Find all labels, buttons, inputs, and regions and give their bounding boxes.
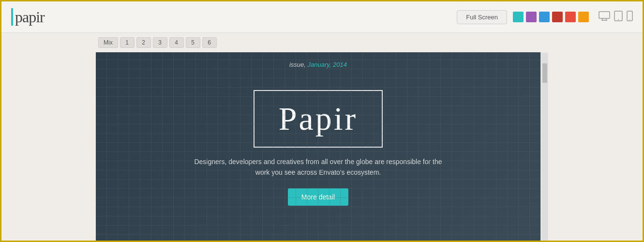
device-icons xyxy=(599,11,633,24)
tab-4[interactable]: 4 xyxy=(169,37,184,48)
scrollbar[interactable] xyxy=(540,52,548,242)
tab-5[interactable]: 5 xyxy=(186,37,200,48)
color-swatches xyxy=(513,12,589,22)
header-controls: Full Screen xyxy=(457,10,633,24)
issue-label: issue, xyxy=(289,61,306,68)
swatch-purple[interactable] xyxy=(526,12,537,22)
header: papir Full Screen xyxy=(1,1,643,33)
logo-area: papir xyxy=(11,8,45,26)
tab-mix[interactable]: Mix xyxy=(98,37,118,48)
tab-1[interactable]: 1 xyxy=(120,37,135,48)
scrollbar-thumb[interactable] xyxy=(542,63,547,83)
logo-text: papir xyxy=(15,8,45,26)
preview-container: issue, January, 2014 Papir Designers, de… xyxy=(96,52,540,242)
swatch-dark-red[interactable] xyxy=(552,12,563,22)
issue-line: issue, January, 2014 xyxy=(289,61,347,68)
hero-title-box: Papir xyxy=(254,90,383,148)
svg-rect-0 xyxy=(599,12,610,18)
main-wrapper: issue, January, 2014 Papir Designers, de… xyxy=(1,52,643,242)
more-detail-button[interactable]: More detail xyxy=(288,188,348,206)
hero-section: issue, January, 2014 Papir Designers, de… xyxy=(96,52,540,242)
tab-2[interactable]: 2 xyxy=(136,37,151,48)
tablet-icon[interactable] xyxy=(614,11,623,24)
svg-point-5 xyxy=(618,19,619,20)
scrollbar-track[interactable] xyxy=(542,53,548,242)
svg-point-7 xyxy=(629,19,630,20)
hero-title: Papir xyxy=(279,100,358,138)
swatch-red[interactable] xyxy=(565,12,576,22)
mobile-icon[interactable] xyxy=(627,11,633,24)
tab-3[interactable]: 3 xyxy=(153,37,167,48)
desktop-icon[interactable] xyxy=(599,11,610,23)
swatch-blue[interactable] xyxy=(539,12,550,22)
tab-6[interactable]: 6 xyxy=(202,37,217,48)
fullscreen-button[interactable]: Full Screen xyxy=(457,10,507,24)
issue-date: January, 2014 xyxy=(308,61,347,68)
hero-subtitle: Designers, developers and creatives from… xyxy=(188,156,449,178)
swatch-orange[interactable] xyxy=(578,12,589,22)
tabs-area: Mix 1 2 3 4 5 6 xyxy=(1,33,643,52)
swatch-teal[interactable] xyxy=(513,12,524,22)
logo-bar-icon xyxy=(11,8,13,26)
